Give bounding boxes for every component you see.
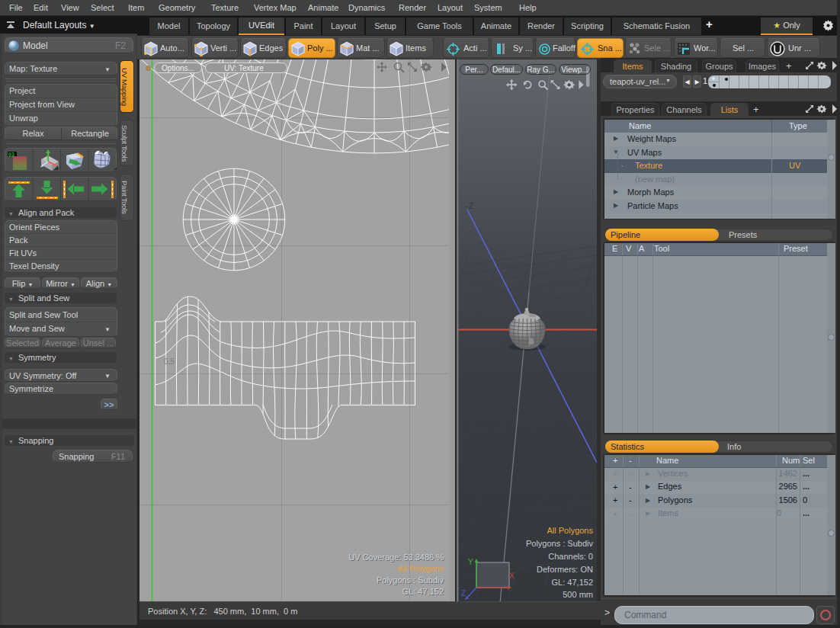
svg-text:Y: Y [468, 558, 473, 566]
svg-text:Polygons : Subdiv: Polygons : Subdiv [526, 539, 594, 548]
svg-text:Z: Z [461, 589, 466, 598]
svg-text:X: X [509, 572, 515, 580]
svg-text:Polygons : Subdiv: Polygons : Subdiv [377, 575, 444, 585]
svg-text:All Polygons: All Polygons [547, 526, 593, 535]
svg-text:03: 03 [8, 152, 14, 158]
svg-text:500 mm: 500 mm [563, 590, 593, 599]
svg-text:Channels: 0: Channels: 0 [548, 552, 593, 561]
svg-text:GL: 47,152: GL: 47,152 [552, 578, 593, 587]
svg-text:-Z: -Z [466, 201, 474, 210]
svg-text:Deformers: ON: Deformers: ON [537, 565, 593, 574]
svg-text:0.5: 0.5 [164, 357, 175, 366]
svg-text:UV Coverage: 53.3486 %: UV Coverage: 53.3486 % [348, 553, 444, 562]
svg-text:All Polygons: All Polygons [397, 564, 444, 573]
svg-text:GL: 47,152: GL: 47,152 [402, 587, 444, 596]
